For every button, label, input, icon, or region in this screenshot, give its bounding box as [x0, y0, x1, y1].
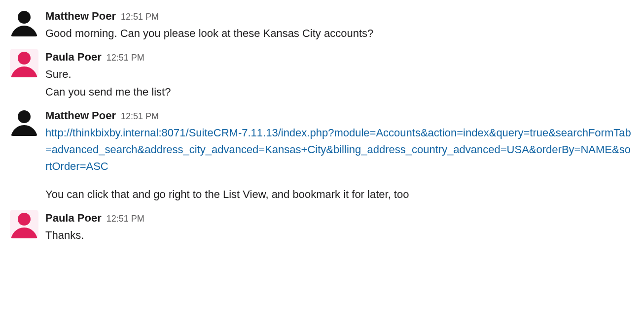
message-link[interactable]: http://thinkbixby.internal:8071/SuiteCRM… [45, 125, 634, 175]
message-content: Matthew Poer12:51 PMhttp://thinkbixby.in… [45, 107, 634, 203]
message-header: Paula Poer12:51 PM [45, 210, 634, 226]
message-header: Paula Poer12:51 PM [45, 49, 634, 65]
message-text: Sure. [45, 66, 634, 83]
message-content: Matthew Poer12:51 PMGood morning. Can yo… [45, 8, 634, 43]
avatar-icon [11, 66, 37, 77]
message-timestamp[interactable]: 12:51 PM [107, 51, 144, 65]
message-text: Thanks. [45, 227, 634, 244]
avatar-icon [18, 110, 31, 123]
avatar-icon [18, 213, 31, 226]
message: Paula Poer12:51 PMThanks. [10, 207, 634, 248]
message-author[interactable]: Matthew Poer [45, 8, 116, 24]
message-author[interactable]: Paula Poer [45, 210, 102, 226]
message-author[interactable]: Paula Poer [45, 49, 102, 65]
avatar[interactable] [10, 49, 38, 77]
avatar-icon [18, 11, 31, 24]
message: Matthew Poer12:51 PMhttp://thinkbixby.in… [10, 104, 634, 206]
message-content: Paula Poer12:51 PMSure.Can you send me t… [45, 49, 634, 101]
message: Matthew Poer12:51 PMGood morning. Can yo… [10, 5, 634, 46]
message-text: You can click that and go right to the L… [45, 186, 634, 203]
message-header: Matthew Poer12:51 PM [45, 8, 634, 24]
message-header: Matthew Poer12:51 PM [45, 107, 634, 124]
avatar[interactable] [10, 210, 38, 238]
avatar-icon [11, 228, 37, 238]
message-link-anchor[interactable]: http://thinkbixby.internal:8071/SuiteCRM… [45, 127, 631, 172]
message-timestamp[interactable]: 12:51 PM [121, 10, 159, 24]
message-text: Good morning. Can you please look at the… [45, 25, 634, 42]
message-author[interactable]: Matthew Poer [45, 107, 116, 124]
avatar-icon [11, 125, 37, 136]
message-timestamp[interactable]: 12:51 PM [121, 110, 159, 123]
avatar-icon [18, 52, 31, 65]
message: Paula Poer12:51 PMSure.Can you send me t… [10, 46, 634, 104]
avatar-icon [11, 26, 37, 36]
message-content: Paula Poer12:51 PMThanks. [45, 210, 634, 245]
message-spacer [45, 176, 634, 186]
message-timestamp[interactable]: 12:51 PM [107, 212, 144, 226]
avatar[interactable] [10, 107, 38, 136]
avatar[interactable] [10, 8, 38, 36]
message-text: Can you send me the list? [45, 84, 634, 100]
